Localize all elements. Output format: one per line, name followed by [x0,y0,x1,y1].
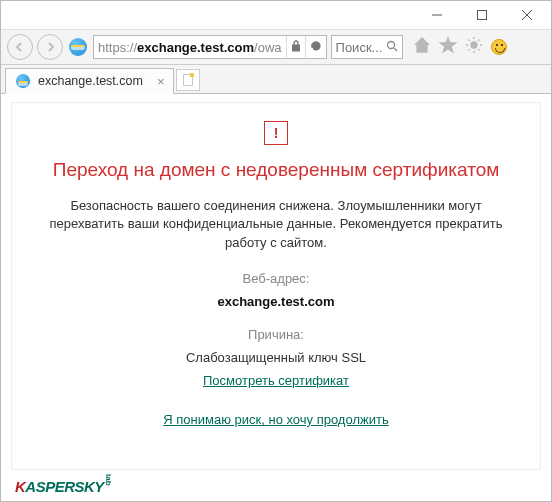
back-button[interactable] [7,34,33,60]
settings-gear-icon[interactable] [465,36,483,58]
tab-title: exchange.test.com [38,74,143,88]
tab-strip: exchange.test.com × [1,65,551,93]
minimize-button[interactable] [414,1,459,29]
reason-value: Слабозащищенный ключ SSL [186,350,366,365]
svg-point-5 [387,41,394,48]
window-titlebar [1,1,551,29]
web-address-label: Веб-адрес: [243,271,310,286]
new-tab-button[interactable] [176,69,200,91]
browser-toolbar: https:// exchange.test.com /owa Поиск... [1,29,551,65]
url-scheme: https:// [98,40,137,55]
forward-button[interactable] [37,34,63,60]
favorites-icon[interactable] [439,36,457,58]
alert-icon: ! [264,121,288,145]
url-path: /owa [254,40,281,55]
warning-body: Безопасность вашего соединения снижена. … [34,197,518,254]
feedback-smiley-icon[interactable] [491,39,507,55]
brand-k: K [15,478,25,495]
url-host: exchange.test.com [137,40,254,55]
home-icon[interactable] [413,36,431,58]
address-bar[interactable]: https:// exchange.test.com /owa [93,35,327,59]
ie-logo-icon [69,38,87,56]
search-icon[interactable] [386,40,398,55]
svg-line-6 [394,48,397,51]
proceed-anyway-link[interactable]: Я понимаю риск, но хочу продолжить [163,412,388,427]
page-content: ! Переход на домен с недоверенным сертиф… [1,93,551,502]
svg-rect-4 [292,45,299,51]
certificate-warning-panel: ! Переход на домен с недоверенным сертиф… [11,102,541,470]
maximize-button[interactable] [459,1,504,29]
brand-rest: ASPERSKY [25,478,104,495]
refresh-icon[interactable] [310,40,322,55]
toolbar-right-icons [413,36,507,58]
svg-marker-7 [440,38,455,52]
tab-close-icon[interactable]: × [157,74,165,89]
svg-point-8 [471,42,477,48]
browser-tab[interactable]: exchange.test.com × [5,68,174,94]
close-button[interactable] [504,1,549,29]
tab-favicon-icon [16,74,30,88]
alert-glyph: ! [274,125,279,141]
brand-sup: lab [104,474,113,486]
reason-label: Причина: [248,327,304,342]
search-box[interactable]: Поиск... [331,35,403,59]
warning-title: Переход на домен с недоверенным сертифик… [53,157,500,183]
web-address-value: exchange.test.com [217,294,334,309]
search-placeholder: Поиск... [336,40,383,55]
lock-icon [291,40,301,55]
view-certificate-link[interactable]: Посмотреть сертификат [203,373,349,388]
svg-rect-1 [477,11,486,20]
kaspersky-branding: KASPERSKYlab [11,470,541,496]
